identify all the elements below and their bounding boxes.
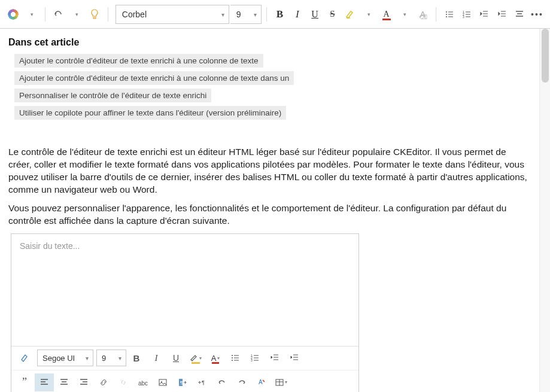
undo-dropdown[interactable]: ▾ [69,5,85,24]
emb-underline-button[interactable]: U [166,349,186,367]
font-family-wrap: ▾ [113,5,229,24]
svg-point-1 [446,14,447,15]
emb-clear-button[interactable]: A [252,373,271,391]
emb-table-button[interactable]: ▾ [272,373,291,391]
font-family-select[interactable] [116,5,229,24]
table-of-contents: Ajouter le contrôle d'éditeur de texte e… [14,54,542,123]
emb-size-select[interactable] [96,350,126,366]
paintbrush-icon [20,353,29,363]
numbered-list-button[interactable]: 123 [458,5,475,24]
copilot-button[interactable] [5,5,21,24]
unlink-icon [119,378,127,387]
clear-formatting-icon: A⌫ [420,10,426,19]
image-icon [159,378,167,387]
undo-button[interactable] [50,5,66,24]
copilot-icon [8,9,19,20]
embedded-toolbar-row2: ” abc ¶ [11,370,358,392]
emb-image-button[interactable] [153,373,172,391]
bullet-list-button[interactable] [441,5,457,24]
emb-link-button[interactable] [94,373,113,391]
svg-text:3: 3 [251,358,253,362]
strikethrough-button[interactable]: S [324,5,341,24]
embedded-toolbar-row1: ▾ ▾ B I U ▾ A ▾ 123 [11,347,358,370]
emb-font-select[interactable] [37,350,93,366]
svg-text:¶: ¶ [180,380,183,385]
svg-point-7 [232,357,233,358]
indent-icon [290,354,299,362]
font-size-wrap: ▾ [230,5,262,24]
svg-text:A: A [259,379,263,385]
scrollbar-thumb[interactable] [542,29,549,83]
quote-icon: ” [22,376,27,388]
highlight-dropdown[interactable]: ▾ [361,5,377,24]
toc-item[interactable]: Ajouter le contrôle d'éditeur de texte e… [14,54,263,68]
svg-rect-13 [159,379,166,385]
align-center-icon [515,10,524,19]
emb-align-right-button[interactable] [74,373,93,391]
chevron-down-icon: ▾ [217,355,220,361]
bold-button[interactable]: B [272,5,288,24]
font-color-dropdown[interactable]: ▾ [397,5,413,24]
underline-button[interactable]: U [306,5,323,24]
undo-icon [53,10,63,19]
emb-font-color-button[interactable]: A ▾ [206,349,225,367]
main-toolbar: ▾ ▾ ▾ ▾ B I U S ▾ A ▾ A⌫ 123 [0,0,550,29]
highlight-button[interactable] [342,5,358,24]
clear-formatting-button[interactable]: A⌫ [415,5,431,24]
align-left-icon [40,378,48,387]
emb-align-left-button[interactable] [35,373,54,391]
font-color-a-icon: A [211,354,217,363]
pencil-icon [190,354,198,362]
italic-button[interactable]: I [289,5,305,24]
chevron-down-icon: ▾ [199,355,202,361]
placeholder-text: Saisir du texte... [20,241,80,251]
toc-item[interactable]: Personnaliser le contrôle de l'éditeur d… [14,89,211,102]
svg-text:3: 3 [463,15,464,19]
emb-font-wrap: ▾ [35,350,93,366]
copilot-dropdown[interactable]: ▾ [23,5,39,24]
emb-align-center-button[interactable] [54,373,74,391]
article-body: Dans cet article Ajouter le contrôle d'é… [0,29,550,392]
svg-text:¶: ¶ [202,379,205,385]
table-icon [275,378,284,387]
bullet-list-icon [231,354,239,362]
editor-textarea[interactable]: Saisir du texte... [11,234,358,347]
emb-quote-button[interactable]: ” [15,373,34,391]
redo-icon [238,378,246,387]
font-color-button[interactable]: A [378,5,394,24]
eraser-a-icon: A [257,378,266,387]
font-size-select[interactable] [230,5,262,24]
emb-numbered-list-button[interactable]: 123 [245,349,265,367]
scrollbar-track[interactable] [539,29,550,392]
outdent-icon [479,10,489,19]
emb-bold-button[interactable]: B [127,349,146,367]
emb-undo-button[interactable] [212,373,232,391]
indent-button[interactable] [494,5,510,24]
format-painter-button[interactable] [15,349,34,367]
toc-item[interactable]: Ajouter le contrôle d'éditeur de texte e… [14,71,294,85]
emb-rtl-button[interactable]: ¶ [193,373,212,391]
outdent-button[interactable] [476,5,493,24]
undo-icon [218,378,226,387]
idea-button[interactable] [86,5,102,24]
toc-item[interactable]: Utiliser le copilote pour affiner le tex… [14,106,286,120]
separator [266,7,267,22]
svg-point-0 [446,11,447,13]
numbered-list-icon: 123 [462,10,472,19]
emb-size-wrap: ▾ [94,350,126,366]
emb-unlink-button[interactable] [114,373,133,391]
emb-superscript-button[interactable]: abc [133,373,153,391]
emb-redo-button[interactable] [232,373,251,391]
lightbulb-icon [90,9,99,20]
more-button[interactable]: ••• [529,5,545,24]
svg-point-8 [232,360,233,361]
emb-highlight-button[interactable]: ▾ [186,349,205,367]
emb-indent-button[interactable] [285,349,304,367]
emb-italic-button[interactable]: I [147,349,166,367]
separator [436,7,436,22]
numbered-list-icon: 123 [251,354,259,362]
align-button[interactable] [511,5,527,24]
emb-ltr-button[interactable]: ¶ [173,373,192,391]
emb-outdent-button[interactable] [265,349,284,367]
emb-bullet-list-button[interactable] [226,349,245,367]
